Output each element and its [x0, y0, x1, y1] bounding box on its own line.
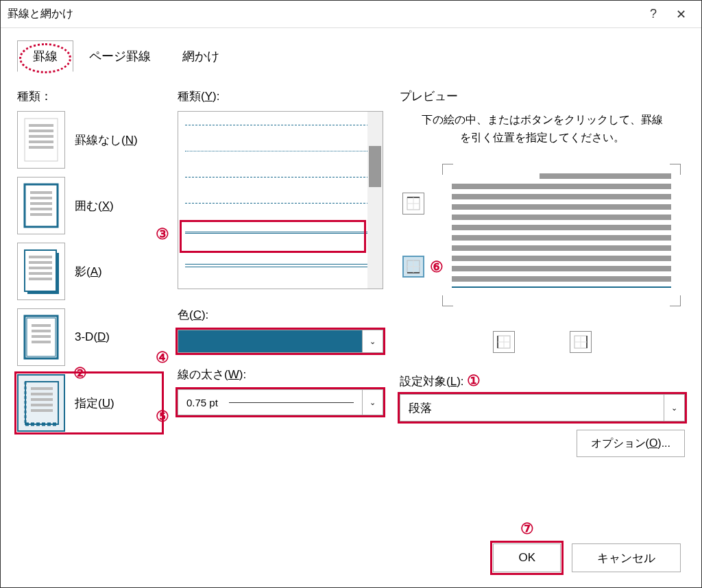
svg-rect-3	[29, 135, 53, 138]
svg-rect-8	[30, 197, 52, 199]
scrollbar[interactable]	[367, 112, 383, 289]
svg-rect-10	[30, 208, 52, 210]
custom-icon	[23, 379, 60, 427]
window-title: 罫線と網かけ	[8, 7, 640, 21]
callout-5: ⑤	[156, 408, 169, 426]
border-left-icon	[496, 334, 511, 350]
apply-to-dropdown[interactable]: ⌄	[664, 394, 685, 421]
preview-left-border-button[interactable]	[493, 331, 515, 353]
svg-rect-7	[30, 191, 52, 194]
callout-6: ⑥	[430, 258, 444, 276]
setting-3d-label: 3-D(D)	[75, 330, 110, 344]
svg-rect-9	[30, 202, 52, 205]
svg-rect-21	[32, 324, 51, 327]
svg-rect-16	[29, 267, 52, 269]
border-top-icon	[406, 196, 421, 211]
none-icon	[22, 116, 60, 164]
apply-to-select[interactable]: 段落	[400, 394, 664, 421]
callout-2: ②	[73, 365, 87, 382]
preview-heading: プレビュー	[400, 88, 685, 104]
preview-hint: 下の絵の中、またはボタンをクリックして、罫線を引く位置を指定してください。	[420, 111, 664, 146]
setting-none-label: 罫線なし(N)	[75, 132, 138, 148]
close-button[interactable]: ✕	[667, 7, 694, 22]
3d-icon	[22, 313, 60, 361]
border-bottom-icon	[406, 259, 421, 274]
ok-button[interactable]: OK	[493, 543, 561, 572]
svg-rect-4	[29, 140, 53, 143]
preview-top-border-button[interactable]	[402, 193, 424, 215]
svg-rect-30	[31, 398, 53, 401]
svg-rect-22	[32, 330, 51, 332]
svg-rect-15	[29, 261, 52, 264]
tab-borders[interactable]: 罫線	[17, 40, 73, 72]
cancel-button[interactable]: キャンセル	[572, 543, 681, 572]
box-icon	[22, 182, 60, 230]
preview-right-border-button[interactable]	[570, 331, 592, 353]
setting-box-label: 囲む(X)	[75, 198, 114, 214]
setting-custom-label: 指定(U)	[75, 395, 114, 411]
tab-page-border[interactable]: ページ罫線	[73, 40, 167, 72]
apply-to-value: 段落	[409, 400, 655, 416]
dialog-footer: ⑦ OK キャンセル	[493, 543, 681, 572]
callout-1: ①	[467, 372, 481, 390]
preview-document[interactable]	[438, 160, 685, 310]
width-heading: 線の太さ(W):	[178, 367, 383, 382]
svg-rect-28	[31, 387, 53, 390]
svg-rect-6	[25, 184, 58, 227]
svg-rect-18	[29, 278, 52, 280]
tab-shading[interactable]: 網かけ	[167, 40, 235, 72]
scroll-thumb[interactable]	[369, 146, 381, 187]
width-combo[interactable]: 0.75 pt	[178, 389, 363, 415]
svg-rect-11	[30, 213, 52, 216]
setting-heading: 種類：	[17, 88, 161, 104]
color-dropdown[interactable]: ⌄	[363, 330, 383, 353]
border-right-icon	[573, 334, 588, 350]
options-button[interactable]: オプション(O)...	[577, 430, 685, 457]
style-heading: 種類(Y):	[178, 88, 383, 104]
svg-rect-17	[29, 272, 52, 275]
apply-to-label: 設定対象(L):	[400, 373, 464, 389]
svg-rect-2	[29, 130, 53, 132]
help-button[interactable]: ?	[640, 7, 667, 21]
callout-3: ③	[156, 225, 169, 243]
color-heading: 色(C):	[178, 307, 383, 323]
svg-rect-23	[32, 335, 51, 338]
svg-rect-14	[29, 256, 52, 258]
width-value: 0.75 pt	[186, 397, 218, 408]
callout-4: ④	[156, 349, 169, 367]
setting-shadow-label: 影(A)	[75, 264, 102, 280]
svg-rect-29	[31, 393, 53, 395]
svg-rect-1	[29, 124, 53, 127]
svg-rect-32	[31, 409, 53, 412]
shadow-icon	[22, 247, 60, 295]
width-dropdown[interactable]: ⌄	[363, 389, 383, 415]
style-listbox[interactable]	[178, 111, 383, 289]
callout-7: ⑦	[520, 520, 534, 538]
titlebar: 罫線と網かけ ? ✕	[1, 1, 701, 28]
setting-custom[interactable]	[17, 374, 65, 432]
setting-none[interactable]	[17, 111, 65, 169]
preview-bottom-border-button[interactable]	[402, 256, 424, 278]
width-sample-line	[229, 402, 354, 403]
setting-shadow[interactable]	[17, 243, 65, 300]
tab-bar: 罫線 ページ罫線 網かけ	[1, 28, 701, 72]
setting-3d[interactable]	[17, 308, 65, 366]
color-swatch[interactable]	[178, 330, 363, 353]
svg-rect-24	[32, 341, 51, 343]
svg-rect-5	[29, 146, 53, 149]
setting-box[interactable]	[17, 177, 65, 234]
svg-rect-31	[31, 404, 53, 406]
